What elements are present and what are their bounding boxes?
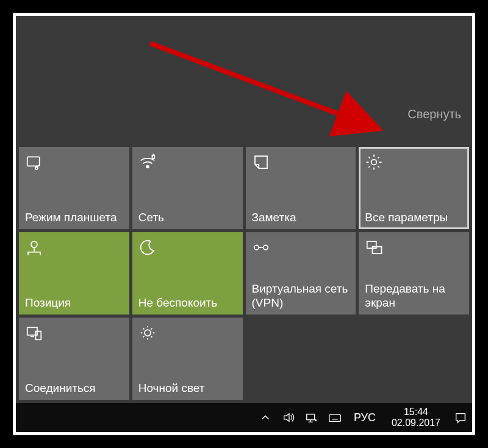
svg-point-22 <box>315 420 316 421</box>
system-tray: РУС 15:44 02.09.2017 <box>257 407 468 428</box>
volume-icon[interactable] <box>281 410 296 425</box>
svg-rect-23 <box>329 414 340 421</box>
action-center-icon[interactable] <box>453 410 468 425</box>
clock-time: 15:44 <box>392 407 440 418</box>
tile-quiet-hours[interactable]: Не беспокоить <box>132 232 243 315</box>
vpn-icon <box>252 238 270 257</box>
svg-rect-2 <box>27 157 40 166</box>
note-icon <box>252 153 270 171</box>
tile-label: Виртуальная сеть (VPN) <box>252 282 350 310</box>
tile-note[interactable]: Заметка <box>246 147 356 229</box>
location-icon <box>25 238 43 257</box>
quick-action-tiles: Режим планшета Сеть Заметка Все параметр… <box>16 147 472 403</box>
svg-rect-5 <box>152 155 154 158</box>
tile-connect[interactable]: Соединиться <box>19 318 129 400</box>
tile-vpn[interactable]: Виртуальная сеть (VPN) <box>246 232 356 315</box>
tile-label: Передавать на экран <box>365 282 463 310</box>
tile-label: Соединиться <box>25 382 123 395</box>
project-icon <box>365 238 383 257</box>
tile-label: Режим планшета <box>25 211 123 224</box>
tile-label: Ночной свет <box>138 382 237 395</box>
taskbar: РУС 15:44 02.09.2017 <box>16 403 472 432</box>
tablet-icon <box>25 153 43 171</box>
tile-label: Все параметры <box>365 211 463 224</box>
tile-all-settings[interactable]: Все параметры <box>359 147 469 229</box>
tile-location[interactable]: Позиция <box>19 232 129 315</box>
tile-label: Не беспокоить <box>138 296 237 310</box>
tray-chevron-up-icon[interactable] <box>257 410 273 425</box>
night-light-icon <box>138 324 157 342</box>
tile-network[interactable]: Сеть <box>132 147 243 229</box>
svg-point-10 <box>254 245 259 250</box>
tile-label: Сеть <box>138 211 237 224</box>
wifi-icon <box>138 153 157 171</box>
svg-point-7 <box>371 160 377 165</box>
annotation-arrow <box>120 31 394 141</box>
moon-icon <box>138 238 157 257</box>
svg-point-8 <box>31 241 37 247</box>
action-center-panel: Свернуть Режим планшета Сеть Заметка <box>16 16 472 403</box>
svg-rect-19 <box>307 414 315 420</box>
keyboard-icon[interactable] <box>327 410 343 425</box>
svg-point-11 <box>263 245 268 250</box>
clock-date: 02.09.2017 <box>392 418 440 428</box>
connect-icon <box>25 324 43 342</box>
tile-tablet-mode[interactable]: Режим планшета <box>19 147 129 229</box>
svg-point-18 <box>145 330 151 336</box>
tile-project[interactable]: Передавать на экран <box>359 232 469 315</box>
tile-label: Заметка <box>252 211 350 224</box>
language-indicator[interactable]: РУС <box>350 411 379 424</box>
svg-point-4 <box>146 166 149 168</box>
collapse-link[interactable]: Свернуть <box>407 107 461 121</box>
gear-icon <box>365 153 383 171</box>
tile-label: Позиция <box>25 296 123 310</box>
svg-line-1 <box>150 43 370 126</box>
clock[interactable]: 15:44 02.09.2017 <box>387 407 445 428</box>
tile-night-light[interactable]: Ночной свет <box>132 318 243 400</box>
svg-point-3 <box>35 167 38 169</box>
network-tray-icon[interactable] <box>304 410 320 425</box>
